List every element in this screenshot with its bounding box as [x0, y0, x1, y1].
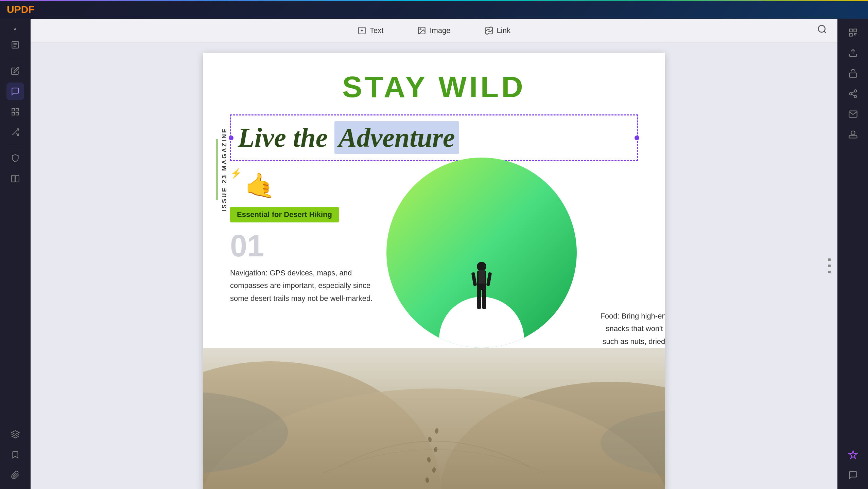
selection-handle-left[interactable]: [229, 135, 233, 140]
chat-button[interactable]: [844, 466, 862, 484]
svg-rect-42: [849, 73, 856, 77]
top-toolbar: Text Image Link: [31, 19, 837, 42]
center-column: [386, 171, 577, 348]
svg-rect-39: [854, 29, 856, 32]
selection-handle-right[interactable]: [635, 135, 639, 140]
svg-rect-4: [12, 108, 15, 111]
svg-rect-22: [477, 289, 481, 309]
content-area: ISSUE 23 MAGAZINE STAY WILD Live the Adv…: [31, 42, 837, 489]
svg-rect-10: [12, 175, 15, 182]
svg-line-46: [852, 94, 854, 96]
sidebar-item-protect[interactable]: [6, 149, 24, 167]
save-button[interactable]: [844, 44, 862, 62]
svg-rect-5: [16, 108, 19, 111]
adventure-text: Live the Adventure: [238, 122, 630, 153]
navigation-description: Navigation: GPS devices, maps, and compa…: [230, 267, 373, 305]
svg-point-43: [854, 90, 856, 92]
svg-point-45: [854, 95, 856, 98]
svg-point-44: [849, 93, 852, 95]
link-tool-label: Link: [497, 26, 510, 35]
svg-rect-40: [849, 33, 852, 36]
page-title-text: STAY WILD: [230, 70, 638, 104]
ai-button[interactable]: [844, 446, 862, 464]
svg-line-18: [824, 31, 826, 33]
svg-rect-23: [482, 289, 486, 309]
section-number-01: 01: [230, 231, 373, 261]
search-button[interactable]: [817, 24, 827, 37]
essential-badge: Essential for Desert Hiking: [230, 207, 339, 222]
svg-point-17: [818, 25, 825, 32]
scroll-dot-1: [828, 258, 831, 261]
sidebar-divider-2: [8, 145, 22, 145]
svg-marker-12: [12, 431, 19, 434]
text-selection-box[interactable]: Live the Adventure: [230, 114, 638, 161]
sidebar-item-edit[interactable]: [6, 62, 24, 80]
food-description: Food: Bring high-energy, lightweight sna…: [590, 310, 665, 348]
scroll-dot-2: [828, 265, 831, 267]
content-wrapper: Text Image Link: [31, 19, 868, 489]
scroll-up-arrow: ▲: [13, 26, 18, 31]
scroll-dot-3: [828, 271, 831, 273]
svg-rect-21: [479, 270, 485, 284]
page-top: STAY WILD: [203, 53, 665, 111]
link-tool-button[interactable]: Link: [478, 23, 517, 38]
svg-rect-7: [16, 112, 19, 115]
text-tool-label: Text: [370, 26, 383, 35]
sidebar-item-convert[interactable]: [6, 123, 24, 141]
live-the-text: Live the: [238, 123, 334, 152]
sidebar-item-organize[interactable]: [6, 103, 24, 121]
email-button[interactable]: [844, 105, 862, 123]
left-column: ⚡ 🤙 Essential for Desert Hiking 01 Navig…: [230, 171, 373, 348]
toolbar-area: Text Image Link: [31, 19, 837, 489]
sidebar-divider-1: [8, 58, 22, 58]
desert-section: [203, 348, 665, 489]
page-scroll-dots: [828, 258, 831, 273]
hand-icon-area: ⚡ 🤙: [230, 171, 373, 200]
adventure-highlight-text: Adventure: [334, 121, 459, 154]
svg-point-15: [420, 29, 421, 30]
desert-svg: [203, 348, 665, 489]
ocr-button[interactable]: [844, 24, 862, 41]
svg-rect-6: [12, 112, 15, 115]
svg-point-48: [851, 131, 855, 135]
person-silhouette: [470, 258, 493, 321]
protect-file-button[interactable]: [844, 65, 862, 82]
svg-rect-24: [471, 272, 477, 286]
app-logo: UPDF: [7, 4, 35, 15]
section-number-02: 02: [590, 274, 665, 304]
sidebar-item-compare[interactable]: [6, 170, 24, 187]
sidebar-item-layers[interactable]: [6, 425, 24, 443]
share-button[interactable]: [844, 85, 862, 103]
image-tool-label: Image: [430, 26, 450, 35]
image-tool-button[interactable]: Image: [411, 23, 457, 38]
left-sidebar: ▲: [0, 19, 31, 489]
stamp-button[interactable]: [844, 126, 862, 143]
pdf-page: ISSUE 23 MAGAZINE STAY WILD Live the Adv…: [203, 53, 665, 489]
sidebar-item-comment[interactable]: [6, 83, 24, 100]
sidebar-item-reader[interactable]: [6, 36, 24, 54]
sidebar-item-bookmark[interactable]: [6, 446, 24, 464]
hand-gesture-icon: 🤙: [245, 171, 275, 200]
title-bar: UPDF: [0, 0, 868, 19]
svg-rect-25: [486, 272, 492, 286]
main-layout: ▲: [0, 19, 868, 489]
sidebar-item-attach[interactable]: [6, 466, 24, 484]
svg-rect-38: [849, 29, 852, 32]
right-column: 02 Food: Bring high-energy, lightweight …: [590, 171, 665, 348]
right-sidebar: [837, 19, 868, 489]
scroll-up-indicator[interactable]: ▲: [13, 24, 18, 33]
lightning-icon: ⚡: [230, 168, 242, 179]
middle-section: ⚡ 🤙 Essential for Desert Hiking 01 Navig…: [203, 164, 665, 355]
svg-point-19: [477, 262, 486, 271]
text-tool-button[interactable]: Text: [351, 23, 390, 38]
svg-line-47: [852, 92, 854, 93]
svg-rect-11: [16, 175, 19, 182]
